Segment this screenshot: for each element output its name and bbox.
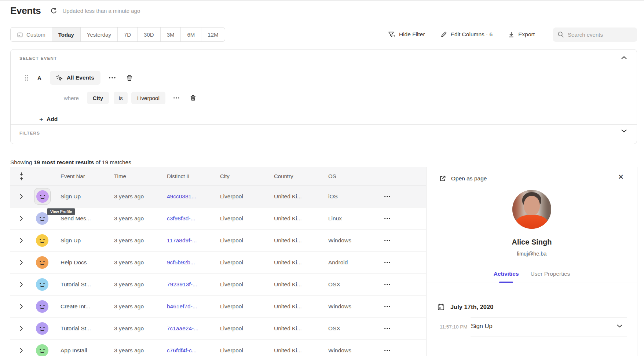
expand-row-icon[interactable] [20,216,23,221]
tab-today[interactable]: Today [52,27,80,41]
row-more-menu[interactable] [384,261,391,264]
row-more-menu[interactable] [384,305,391,308]
user-avatar[interactable] [36,234,48,247]
tab-user-properties[interactable]: User Properties [531,271,570,282]
user-avatar[interactable] [36,278,48,291]
user-avatar[interactable] [36,256,48,269]
profile-avatar-hover-box[interactable] [34,188,51,205]
hide-filter-label: Hide Filter [399,31,425,38]
distinct-id-link[interactable]: 49cc0381... [167,193,196,199]
cell-country: United Ki... [274,347,328,354]
search-events-box[interactable] [553,27,637,42]
table-row[interactable]: Help Docs 3 years ago 9cf5b92b... Liverp… [10,252,426,274]
user-avatar[interactable] [36,322,48,335]
expand-row-icon[interactable] [20,282,23,287]
edit-columns-button[interactable]: Edit Columns · 6 [440,31,493,38]
chevron-down-icon [617,324,622,328]
filter-value-button[interactable]: Liverpool [131,92,165,104]
distinct-id-link[interactable]: c3f98f3d-... [167,215,195,221]
header-event-name[interactable]: Event Nar [61,173,114,179]
tab-yesterday[interactable]: Yesterday [80,27,117,41]
activity-timestamp: 11:57:10 PM [440,324,468,330]
row-more-menu[interactable] [384,239,391,242]
distinct-id-link[interactable]: 9cf5b92b... [167,259,195,265]
header-city[interactable]: City [220,173,274,179]
header-country[interactable]: Country [274,173,328,179]
header-time[interactable]: Time [114,173,167,179]
hide-filter-button[interactable]: Hide Filter [388,31,425,38]
search-input[interactable] [568,32,630,38]
expand-row-icon[interactable] [20,348,23,353]
user-avatar[interactable] [36,212,48,225]
activity-expand-button[interactable] [617,324,622,328]
tab-6m[interactable]: 6M [180,27,201,41]
add-button[interactable]: + Add [39,114,58,124]
delete-filter-button[interactable] [190,95,196,101]
activity-divider [471,337,627,337]
filters-expand-button[interactable] [621,129,627,133]
user-avatar[interactable] [36,344,48,356]
table-row[interactable]: App Install 3 years ago c76fdf4f-c... Li… [10,340,426,356]
tab-custom[interactable]: Custom [11,27,52,41]
download-icon [508,31,515,38]
collapse-rows-button[interactable] [10,172,32,180]
user-avatar[interactable] [36,300,48,313]
export-label: Export [518,31,535,38]
cell-city: Liverpool [220,281,274,288]
expand-row-icon[interactable] [20,194,23,199]
close-icon[interactable]: ✕ [618,173,624,180]
header-os[interactable]: OS [328,173,372,179]
expand-row-icon[interactable] [20,326,23,331]
tab-7d[interactable]: 7D [117,27,137,41]
header-distinct-id[interactable]: Distinct II [167,173,220,179]
table-row[interactable]: Sign Up 3 years ago 49cc0381... Liverpoo… [10,186,426,208]
distinct-id-link[interactable]: 7c1aae24-... [167,325,198,331]
calendar-icon [437,303,445,311]
expand-row-icon[interactable] [20,238,23,243]
cell-city: Liverpool [220,259,274,266]
drag-handle-icon[interactable] [25,75,29,81]
distinct-id-link[interactable]: 7923913f-... [167,281,197,287]
event-selector-button[interactable]: All Events [50,71,100,85]
cell-time: 3 years ago [114,303,167,310]
cell-os: Windows [328,237,372,244]
external-link-icon [439,175,446,182]
collapse-panel-button[interactable] [621,56,627,59]
cell-event-name: Send Mes... [61,215,114,222]
tab-3m[interactable]: 3M [160,27,181,41]
expand-row-icon[interactable] [20,260,23,265]
cell-event-name: Tutorial St... [61,281,114,288]
cell-os: Android [328,259,372,266]
delete-event-button[interactable] [126,74,133,81]
filter-property-button[interactable]: City [87,92,109,104]
table-row[interactable]: Sign Up 3 years ago 117a8d9f-... Liverpo… [10,230,426,252]
event-more-menu[interactable] [109,77,116,79]
tab-12m[interactable]: 12M [201,27,224,41]
cell-os: OSX [328,325,372,332]
photo-face [524,196,540,216]
row-more-menu[interactable] [384,349,391,352]
distinct-id-link[interactable]: 117a8d9f-... [167,237,197,243]
refresh-button[interactable] [50,7,58,15]
row-more-menu[interactable] [384,195,391,198]
expand-row-icon[interactable] [20,304,23,309]
export-button[interactable]: Export [508,31,535,38]
table-row[interactable]: Tutorial St... 3 years ago 7923913f-... … [10,274,426,296]
table-row[interactable]: Tutorial St... 3 years ago 7c1aae24-... … [10,318,426,340]
distinct-id-link[interactable]: b461ef7d-... [167,303,197,309]
row-more-menu[interactable] [384,217,391,220]
filter-more-menu[interactable] [173,97,180,99]
cell-time: 3 years ago [114,259,167,266]
table-row[interactable]: Create Int... 3 years ago b461ef7d-... L… [10,296,426,318]
distinct-id-link[interactable]: c76fdf4f-c... [167,347,197,353]
tab-activities[interactable]: Activities [494,271,519,282]
row-more-menu[interactable] [384,283,391,286]
filter-operator-button[interactable]: Is [114,92,128,104]
user-avatar[interactable] [36,190,49,203]
cell-event-name: App Install [61,347,114,354]
page-title: Events [10,5,41,16]
open-as-page-button[interactable]: Open as page [439,175,487,182]
row-more-menu[interactable] [384,327,391,330]
tab-30d[interactable]: 30D [137,27,160,41]
chevron-down-icon [621,129,627,133]
